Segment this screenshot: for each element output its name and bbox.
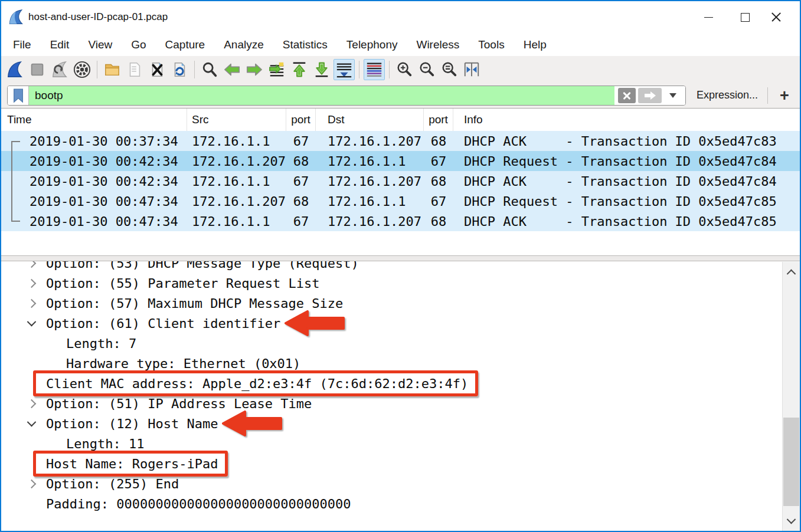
maximize-button[interactable] <box>727 1 763 33</box>
packet-row[interactable]: 2019-01-30 00:37:34172.16.1.167172.16.1.… <box>1 131 800 151</box>
src-port-cell: 68 <box>286 154 316 169</box>
src-cell: 172.16.1.1 <box>187 174 286 189</box>
detail-row[interactable]: Option: (55) Parameter Request List <box>1 273 800 293</box>
filter-history-dropdown[interactable] <box>664 88 682 103</box>
bookmark-icon <box>12 88 24 103</box>
scroll-up-button[interactable] <box>783 262 800 282</box>
related-packets-bracket <box>11 141 12 222</box>
chevron-down-icon <box>787 514 796 524</box>
menu-capture[interactable]: Capture <box>156 37 215 52</box>
detail-row[interactable]: Option: (12) Host Name <box>1 413 800 434</box>
menu-edit[interactable]: Edit <box>41 37 79 52</box>
filter-clear-button[interactable] <box>618 88 636 103</box>
detail-row[interactable]: Client MAC address: Apple_d2:e3:4f (7c:6… <box>1 373 800 393</box>
packet-row[interactable]: 2019-01-30 00:47:34172.16.1.20768172.16.… <box>1 191 800 211</box>
close-button[interactable] <box>763 1 800 33</box>
zoom-reset-icon[interactable] <box>439 59 460 80</box>
time-cell: 2019-01-30 00:37:34 <box>1 134 187 149</box>
detail-row[interactable]: Option: (57) Maximum DHCP Message Size <box>1 293 800 313</box>
detail-scrollbar[interactable] <box>782 262 800 531</box>
toolbar-separator <box>359 61 359 78</box>
stop-capture-icon[interactable] <box>27 59 48 80</box>
packet-row[interactable]: 2019-01-30 00:42:34172.16.1.20768172.16.… <box>1 151 800 171</box>
column-header-port-2[interactable]: port <box>424 109 453 131</box>
add-filter-button[interactable]: + <box>776 90 793 101</box>
dst-port-cell: 68 <box>424 214 453 229</box>
go-last-packet-icon[interactable] <box>311 59 332 80</box>
packet-row[interactable]: 2019-01-30 00:47:34172.16.1.167172.16.1.… <box>1 211 800 231</box>
open-file-folder-icon[interactable] <box>102 59 123 80</box>
detail-row[interactable]: Length: 7 <box>1 333 800 353</box>
detail-row[interactable]: Host Name: Rogers-iPad <box>1 454 800 474</box>
capture-options-gear-icon[interactable] <box>71 59 93 80</box>
menu-go[interactable]: Go <box>122 37 155 52</box>
close-file-icon[interactable] <box>146 59 168 80</box>
column-header-time[interactable]: Time <box>1 109 187 131</box>
start-capture-fin-icon[interactable] <box>4 59 25 80</box>
menu-help[interactable]: Help <box>514 37 556 52</box>
info-cell: DHCP ACK - Transaction ID 0x5ed47c84 <box>453 174 800 189</box>
src-port-cell: 68 <box>286 194 316 209</box>
detail-row[interactable]: Option: (53) DHCP Message Type (Request) <box>1 261 800 273</box>
detail-text: Padding: 000000000000000000000000000000 <box>46 497 351 511</box>
src-cell: 172.16.1.207 <box>187 194 286 209</box>
filter-bookmark-button[interactable] <box>8 86 29 105</box>
detail-text: Option: (51) IP Address Lease Time <box>46 396 312 411</box>
dst-cell: 172.16.1.207 <box>316 214 424 229</box>
colorize-icon[interactable] <box>364 59 385 80</box>
restart-capture-icon[interactable] <box>49 59 70 80</box>
column-header-info[interactable]: Info <box>453 109 800 131</box>
wireshark-window: host-and-user-ID-pcap-01.pcap FileEditVi… <box>0 0 801 532</box>
scroll-down-button[interactable] <box>783 511 800 531</box>
src-cell: 172.16.1.1 <box>187 214 286 229</box>
menu-analyze[interactable]: Analyze <box>214 37 273 52</box>
filter-separator <box>767 87 768 104</box>
reload-file-icon[interactable] <box>169 59 190 80</box>
menu-telephony[interactable]: Telephony <box>337 37 407 52</box>
menu-file[interactable]: File <box>4 37 41 52</box>
detail-row[interactable]: Option: (61) Client identifier <box>1 313 800 333</box>
chevron-icon <box>27 399 37 408</box>
column-header-dst[interactable]: Dst <box>316 109 424 131</box>
auto-scroll-icon[interactable] <box>334 59 355 80</box>
column-header-port[interactable]: port <box>286 109 316 131</box>
scrollbar-thumb[interactable] <box>783 418 799 506</box>
expand-chevron-icon[interactable] <box>27 400 46 407</box>
packet-row[interactable]: 2019-01-30 00:42:34172.16.1.167172.16.1.… <box>1 171 800 191</box>
go-first-packet-icon[interactable] <box>289 59 310 80</box>
go-back-icon[interactable] <box>221 59 243 80</box>
src-cell: 172.16.1.1 <box>187 134 286 149</box>
chevron-icon <box>27 278 37 288</box>
detail-row[interactable]: Option: (51) IP Address Lease Time <box>1 393 800 413</box>
red-annotation-box: Host Name: Rogers-iPad <box>33 451 228 477</box>
expand-chevron-icon[interactable] <box>27 300 46 307</box>
column-header-src[interactable]: Src <box>187 109 286 131</box>
menu-tools[interactable]: Tools <box>469 37 514 52</box>
zoom-out-icon[interactable] <box>416 59 437 80</box>
minimize-button[interactable] <box>690 1 727 33</box>
zoom-in-icon[interactable] <box>394 59 415 80</box>
expand-chevron-icon[interactable] <box>27 261 46 267</box>
dst-cell: 172.16.1.1 <box>316 154 424 169</box>
collapse-chevron-icon[interactable] <box>27 320 46 327</box>
collapse-chevron-icon[interactable] <box>27 421 46 427</box>
go-to-packet-icon[interactable] <box>266 59 287 80</box>
filter-bar: Expression... + <box>1 83 800 109</box>
pane-splitter[interactable] <box>1 255 800 261</box>
expand-chevron-icon[interactable] <box>27 280 46 287</box>
resize-columns-icon[interactable] <box>461 59 482 80</box>
chevron-icon <box>27 261 37 268</box>
expression-button[interactable]: Expression... <box>697 89 758 101</box>
menu-wireless[interactable]: Wireless <box>407 37 469 52</box>
filter-apply-button[interactable] <box>638 88 662 103</box>
detail-row[interactable]: Option: (255) End <box>1 474 800 494</box>
go-forward-icon[interactable] <box>244 59 265 80</box>
save-file-icon[interactable] <box>124 59 145 80</box>
detail-row[interactable]: Padding: 000000000000000000000000000000 <box>1 494 800 514</box>
find-packet-icon[interactable] <box>199 59 220 80</box>
menu-view[interactable]: View <box>79 37 122 52</box>
info-cell: DHCP Request - Transaction ID 0x5ed47c85 <box>453 194 800 209</box>
menu-statistics[interactable]: Statistics <box>273 37 337 52</box>
display-filter-input[interactable] <box>29 86 614 105</box>
expand-chevron-icon[interactable] <box>27 481 46 487</box>
